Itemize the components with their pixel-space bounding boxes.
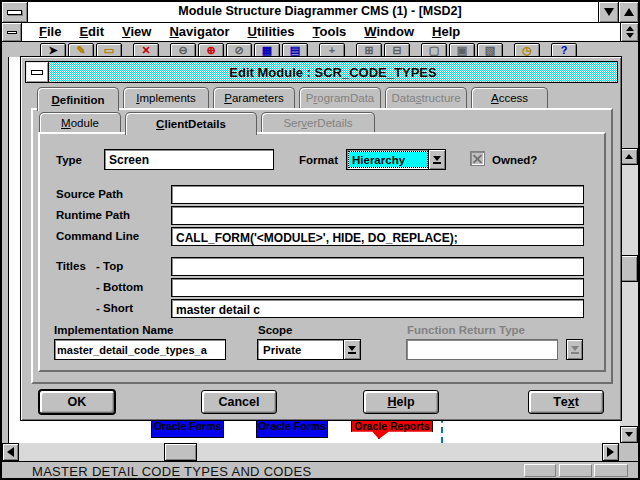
title-top-input[interactable] [172,260,583,277]
delete-tool-button[interactable]: ✕ [133,43,159,57]
scroll-down-button[interactable] [620,426,638,443]
tab-parameters[interactable]: Parameters [213,87,295,108]
source-path-input[interactable] [172,188,583,205]
help-button[interactable]: Help [363,390,439,414]
dialog-titlebar[interactable]: Edit Module : SCR_CODE_TYPES [25,61,618,83]
command-line-input[interactable] [172,230,583,247]
scope-combo[interactable]: Private [257,339,361,360]
scope-label: Scope [258,324,293,336]
source-path-label: Source Path [56,188,123,200]
cancel-button[interactable]: Cancel [201,390,277,414]
expand-tool-button[interactable]: ⊞ [356,43,382,57]
add-module-tool-button[interactable]: + [319,43,345,57]
titles-label: Titles [56,260,86,272]
title-short-input[interactable] [172,302,583,319]
menu-tools[interactable]: Tools [304,23,356,41]
format-dropdown-button[interactable] [428,150,445,169]
mdi-restore-button[interactable] [620,23,638,41]
vertical-scroll-thumb[interactable] [620,255,638,282]
menu-file[interactable]: File [30,23,70,41]
runtime-path-input[interactable] [172,209,583,226]
type-field [104,149,274,170]
scroll-right-icon [607,447,614,457]
zoom-box-tool-button[interactable]: ▭ [96,43,122,57]
pointer-tool-button[interactable]: ➤ [40,43,66,57]
mdi-system-menu-button[interactable] [2,23,22,41]
subtab-module[interactable]: Module [39,112,121,132]
toolbar-spacer [161,43,168,57]
menu-window[interactable]: Window [355,23,423,41]
menu-bar: File Edit View Navigator Utilities Tools… [2,23,638,42]
toolbar-spacer [310,43,317,57]
maximize-icon [624,8,634,16]
dialog-system-menu-button[interactable] [26,62,49,82]
title-top-label: - Top [96,260,123,272]
module-box-label: Oracle Forms [154,420,222,432]
format-combo[interactable]: Hierarchy [346,149,446,170]
module-box-label: Oracle Forms [258,420,326,432]
scroll-up-button[interactable] [620,148,638,165]
scroll-left-icon [7,447,14,457]
ok-button[interactable]: OK [39,390,115,414]
implementation-name-input[interactable] [55,341,225,360]
menu-edit[interactable]: Edit [70,23,113,41]
minimize-button[interactable] [598,2,618,22]
menu-view[interactable]: View [113,23,160,41]
collapse-tool-button[interactable]: ⊟ [384,43,410,57]
tab-access[interactable]: Access [471,87,548,108]
scroll-down-icon [625,432,633,437]
mdi-system-menu-icon [7,31,17,34]
text-button[interactable]: Text [528,390,604,414]
dialog-title-area: Edit Module : SCR_CODE_TYPES [49,62,617,82]
status-panel-1 [524,464,556,477]
dialog-title: Edit Module : SCR_CODE_TYPES [229,65,436,80]
vertical-scrollbar[interactable] [620,148,638,443]
scroll-right-button[interactable] [602,443,619,461]
history-tool-button[interactable]: ◷ [514,43,540,57]
dropdown-bar-icon [348,352,356,354]
menu-help[interactable]: Help [423,23,469,41]
tab-definition[interactable]: Definition [37,87,119,111]
title-bottom-input[interactable] [172,281,583,298]
lock-add-tool-button[interactable]: ⊕ [198,43,224,57]
tab-implements[interactable]: Implements [123,87,209,108]
type-label: Type [56,154,82,166]
menu-items: File Edit View Navigator Utilities Tools… [30,23,620,41]
status-panel-2 [559,464,592,477]
layout-alt-tool-button[interactable]: ▣ [449,43,475,57]
restore-down-icon [626,33,634,38]
toolbar-spacer [505,43,512,57]
subtab-client-details[interactable]: Client Details [125,112,257,135]
toolbar-spacer [542,43,549,57]
dropdown-bar-icon [433,162,441,164]
owned-checkbox[interactable] [470,151,485,166]
horizontal-scroll-thumb[interactable] [164,443,197,461]
help-tool-button[interactable]: ? [551,43,577,57]
runtime-path-label: Runtime Path [56,209,130,221]
lock-tool-button[interactable]: ⊘ [226,43,252,57]
print-layout-tool-button[interactable]: ▤ [282,43,308,57]
format-label: Format [299,154,338,166]
tab-datastructure[interactable]: Datastructure [385,87,467,108]
type-input[interactable] [105,151,273,170]
menu-navigator[interactable]: Navigator [160,23,238,41]
main-titlebar[interactable]: Module Structure Diagrammer CMS (1) - [M… [2,2,638,23]
horizontal-scrollbar[interactable] [2,443,619,461]
layout-tool-button[interactable]: ▢ [421,43,447,57]
toolbar: ➤✎▭✕⊖⊕⊘▦▤+⊞⊟▢▣▧◷? [2,43,638,57]
menu-utilities[interactable]: Utilities [238,23,303,41]
scroll-left-button[interactable] [2,443,19,461]
function-return-type-label: Function Return Type [407,324,525,336]
scope-value: Private [260,342,342,357]
command-line-label: Command Line [56,230,139,242]
maximize-button[interactable] [618,2,638,22]
usage-grid-tool-button[interactable]: ▦ [254,43,280,57]
status-text: MASTER DETAIL CODE TYPES AND CODES [32,464,311,479]
scope-dropdown-button[interactable] [343,340,360,359]
select-area-tool-button[interactable]: ▧ [477,43,503,57]
unlock-tool-button[interactable]: ⊖ [170,43,196,57]
title-top-field [171,257,584,276]
tab-program-data[interactable]: Program Data [299,87,381,108]
subtab-server-details[interactable]: Server Details [261,112,375,132]
edit-tool-button[interactable]: ✎ [68,43,94,57]
